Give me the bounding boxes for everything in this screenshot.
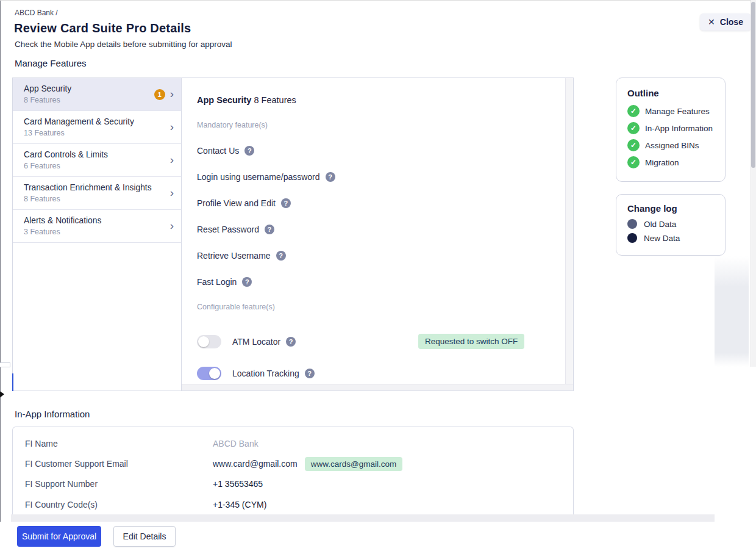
feature-label: Retrieve Username bbox=[197, 251, 271, 261]
info-label: FI Support Number bbox=[25, 479, 213, 489]
feature-label: Reset Password bbox=[197, 225, 259, 234]
check-circle-icon: ✓ bbox=[627, 105, 640, 117]
feature-label: Location Tracking bbox=[232, 369, 299, 378]
help-icon[interactable]: ? bbox=[265, 225, 274, 234]
category-name: Card Management & Security bbox=[24, 117, 170, 126]
outline-item-assigned-bins: ✓ Assigned BINs bbox=[627, 139, 714, 151]
footer-bar: Submit for Approval Edit Details bbox=[0, 522, 756, 551]
window-top-edge bbox=[0, 0, 756, 1]
page-scrollbar-thumb[interactable] bbox=[751, 2, 755, 168]
toggle-knob bbox=[198, 336, 209, 347]
change-log-card: Change log Old Data New Data bbox=[616, 194, 726, 256]
edit-details-button[interactable]: Edit Details bbox=[113, 526, 176, 547]
check-circle-icon: ✓ bbox=[627, 139, 640, 151]
chevron-right-icon: › bbox=[170, 154, 174, 165]
toggle-label: Location Tracking ? bbox=[232, 369, 315, 378]
footer-divider-band bbox=[11, 514, 715, 522]
requested-switch-off-badge: Requested to switch OFF bbox=[418, 334, 524, 349]
row-fi-name: FI Name ABCD Bank bbox=[25, 433, 573, 453]
help-icon[interactable]: ? bbox=[281, 198, 291, 208]
info-value: ABCD Bank bbox=[213, 439, 259, 448]
info-value: +1 35653465 bbox=[213, 479, 263, 489]
detail-panel-bottom-bar bbox=[182, 384, 573, 391]
info-value-new-badge: www.cards@gmail.com bbox=[305, 457, 402, 471]
detail-panel-scrollbar[interactable] bbox=[565, 78, 573, 384]
chevron-right-icon: › bbox=[170, 121, 174, 132]
new-data-dot-icon bbox=[627, 233, 637, 243]
atm-locator-row: ATM Locator ? Requested to switch OFF bbox=[197, 335, 557, 348]
legend-old-data: Old Data bbox=[627, 219, 714, 229]
chevron-right-icon: › bbox=[170, 187, 174, 198]
info-label: FI Name bbox=[25, 439, 213, 448]
detail-title: App Security bbox=[197, 95, 251, 105]
configurable-group-label: Configurable feature(s) bbox=[197, 303, 557, 311]
category-card-management-security[interactable]: Card Management & Security 13 Features › bbox=[13, 111, 181, 144]
category-count: 6 Features bbox=[24, 162, 170, 170]
outline-item-label: Migration bbox=[645, 158, 679, 167]
corner-box-artifact bbox=[0, 362, 10, 367]
detail-header: App Security 8 Features bbox=[197, 95, 557, 105]
atm-locator-toggle[interactable] bbox=[197, 335, 221, 348]
outline-item-manage-features: ✓ Manage Features bbox=[627, 105, 714, 117]
category-alerts-notifications[interactable]: Alerts & Notifications 3 Features › bbox=[13, 210, 181, 243]
category-text: Card Management & Security 13 Features bbox=[24, 117, 170, 137]
feature-label: Login using username/password bbox=[197, 172, 320, 182]
submit-for-approval-button[interactable]: Submit for Approval bbox=[17, 526, 101, 547]
page-title: Review Card Suite Pro Details bbox=[14, 21, 191, 35]
feature-detail-panel: App Security 8 Features Mandatory featur… bbox=[182, 78, 573, 391]
change-log-title: Change log bbox=[627, 203, 714, 214]
category-count: 3 Features bbox=[24, 228, 170, 236]
help-icon[interactable]: ? bbox=[286, 337, 296, 347]
category-name: Card Controls & Limits bbox=[24, 150, 170, 159]
category-text: Transaction Enrichment & Insights 8 Feat… bbox=[24, 183, 170, 203]
category-card-controls-limits[interactable]: Card Controls & Limits 6 Features › bbox=[13, 144, 181, 177]
row-fi-country-codes: FI Country Code(s) +1-345 (CYM) bbox=[25, 494, 573, 514]
breadcrumb[interactable]: ABCD Bank / bbox=[15, 9, 58, 17]
mouse-cursor bbox=[0, 391, 4, 398]
row-fi-support-number: FI Support Number +1 35653465 bbox=[25, 474, 573, 494]
outline-item-migration: ✓ Migration bbox=[627, 156, 714, 168]
help-icon[interactable]: ? bbox=[242, 277, 252, 287]
category-app-security[interactable]: App Security 8 Features 1 › bbox=[13, 78, 181, 111]
background-gray-strip bbox=[715, 256, 749, 367]
info-value: +1-345 (CYM) bbox=[213, 500, 266, 510]
mandatory-group-label: Mandatory feature(s) bbox=[197, 121, 557, 129]
feature-contact-us: Contact Us ? bbox=[197, 146, 557, 156]
feature-fast-login: Fast Login ? bbox=[197, 277, 557, 287]
text-caret bbox=[12, 373, 13, 391]
category-name: App Security bbox=[24, 84, 154, 93]
help-icon[interactable]: ? bbox=[305, 369, 315, 378]
feature-login-username-password: Login using username/password ? bbox=[197, 172, 557, 182]
help-icon[interactable]: ? bbox=[244, 146, 254, 156]
change-count-badge: 1 bbox=[154, 89, 165, 100]
feature-label: Fast Login bbox=[197, 277, 237, 287]
category-name: Transaction Enrichment & Insights bbox=[24, 183, 170, 192]
category-text: Card Controls & Limits 6 Features bbox=[24, 150, 170, 170]
feature-retrieve-username: Retrieve Username ? bbox=[197, 251, 557, 261]
close-icon: ✕ bbox=[708, 18, 715, 26]
category-text: Alerts & Notifications 3 Features bbox=[24, 216, 170, 236]
help-icon[interactable]: ? bbox=[326, 172, 335, 182]
info-label: FI Customer Support Email bbox=[25, 459, 213, 469]
category-name: Alerts & Notifications bbox=[24, 216, 170, 225]
legend-label: New Data bbox=[644, 234, 680, 243]
chevron-right-icon: › bbox=[170, 88, 174, 99]
check-circle-icon: ✓ bbox=[627, 156, 640, 168]
feature-profile-view-edit: Profile View and Edit ? bbox=[197, 198, 557, 208]
feature-label: Contact Us bbox=[197, 146, 239, 156]
category-transaction-enrichment-insights[interactable]: Transaction Enrichment & Insights 8 Feat… bbox=[13, 177, 181, 210]
location-tracking-toggle[interactable] bbox=[197, 367, 221, 380]
category-count: 13 Features bbox=[24, 129, 170, 137]
detail-count: 8 Features bbox=[254, 95, 296, 105]
outline-item-in-app-information: ✓ In-App Information bbox=[627, 122, 714, 134]
feature-label: Profile View and Edit bbox=[197, 198, 276, 208]
in-app-information-heading: In-App Information bbox=[15, 409, 90, 419]
outline-title: Outline bbox=[627, 88, 714, 98]
check-circle-icon: ✓ bbox=[627, 122, 640, 134]
location-tracking-row: Location Tracking ? bbox=[197, 367, 557, 380]
help-icon[interactable]: ? bbox=[276, 251, 286, 261]
chevron-right-icon: › bbox=[170, 220, 174, 231]
category-text: App Security 8 Features bbox=[24, 84, 154, 104]
close-button[interactable]: ✕ Close bbox=[700, 13, 751, 31]
outline-card: Outline ✓ Manage Features ✓ In-App Infor… bbox=[616, 77, 726, 182]
